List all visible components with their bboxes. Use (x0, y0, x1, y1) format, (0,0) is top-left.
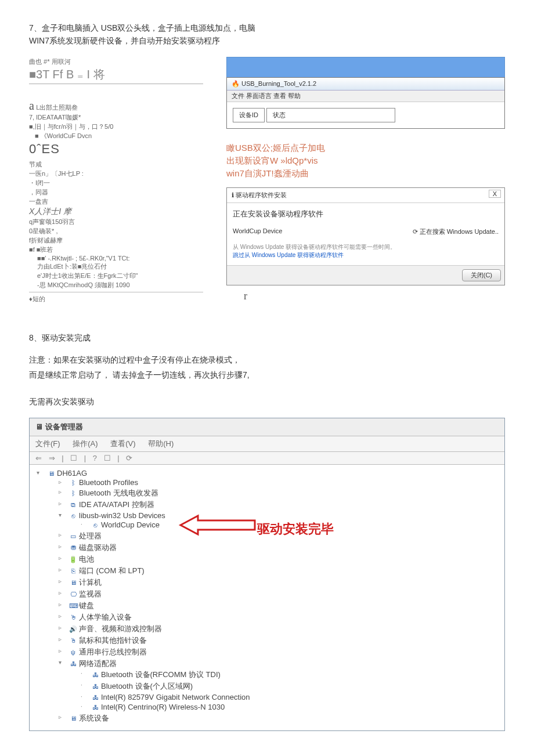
right-column: 🔥 USB_Burning_Tool_v2.1.2 文件 界面语言 查看 帮助 … (226, 57, 505, 304)
burning-tool-title: 🔥 USB_Burning_Tool_v2.1.2 (227, 78, 504, 91)
driver-dialog-main: 正在安装设备驱动程序软件 (233, 209, 499, 219)
step7-heading: 7、盒子和电脑插入 USB双公头线，盒子插上电源线加点，电脑 WIN7系统发现新… (29, 23, 505, 46)
tree-hid[interactable]: 🖰人体学输入设备 (59, 612, 502, 623)
menu-view[interactable]: 查看(V) (110, 439, 135, 448)
driver-device-status: ⟳ 正在搜索 Windows Update.. (413, 227, 499, 236)
sound-icon: 🔊 (69, 625, 77, 633)
tree-disk[interactable]: ⛃磁盘驱动器 (59, 542, 502, 554)
device-manager-menu[interactable]: 文件(F) 操作(A) 查看(V) 帮助(H) (30, 436, 504, 452)
system-icon: 🖥 (69, 715, 77, 722)
driver-dialog-close-button[interactable]: X (489, 190, 501, 198)
keyboard-icon: ⌨ (69, 602, 77, 610)
garble-l15: ■f ■班若 (29, 245, 203, 254)
nic-icon: 🖧 (91, 683, 99, 690)
driver-dialog-title-text: 驱动程序软件安装 (236, 191, 287, 198)
battery-icon: 🔋 (69, 556, 77, 563)
garble-l6: 节咸 (29, 160, 203, 169)
tree-usb[interactable]: ψ通用串行总线控制器 (59, 646, 502, 658)
hid-icon: 🖰 (69, 614, 77, 621)
garble-l4: ■,旧｜与fcr/n羽｜与，口？5/0 (29, 122, 203, 131)
bluetooth-icon: ᛒ (69, 479, 77, 486)
device-manager-tree[interactable]: 🖥DH61AG ᛒBluetooth Profiles ᛒBluetooth 无… (30, 465, 504, 730)
burning-tool-title-text: USB_Burning_Tool_v2.1.2 (241, 80, 316, 87)
garble-l20: ♦短的 (29, 295, 203, 303)
tree-net3[interactable]: 🖧Intel(R) 82579V Gigabit Network Connect… (81, 692, 502, 702)
tree-item-label: libusb-win32 Usb Devices (79, 511, 165, 520)
garble-l7: 一医n」〔JH七LP : (29, 169, 203, 178)
garble-l8: ・I闭一 (29, 179, 203, 187)
tree-computer[interactable]: 🖥计算机 (59, 577, 502, 588)
tree-item-label: 声音、视频和游戏控制器 (79, 624, 162, 633)
garble-l16: ■■' -.RKtwjtl- ; 5£-.RK0r,"V1 TCt: (29, 255, 203, 262)
driver-dialog-title: ℹ 驱动程序软件安装 (227, 188, 504, 203)
burning-tool-col-status: 状态 (266, 108, 395, 122)
info-icon: ℹ (232, 191, 234, 198)
menu-help[interactable]: 帮助(H) (148, 439, 174, 448)
step7-body: 曲也 #* 用联河 ■3T Ff B ₌ I 将 a L出部土照期叁 7, lD… (29, 57, 505, 304)
tree-network[interactable]: 🖧网络适配器 🖧Bluetooth 设备(RFCOMM 协议 TDI) 🖧Blu… (59, 658, 502, 712)
garble-l5: ■ 《WorldCuF Dvcn (29, 132, 203, 140)
tree-item-label: 监视器 (79, 589, 102, 598)
tree-sound[interactable]: 🔊声音、视频和游戏控制器 (59, 623, 502, 635)
garble-l12: q声窗颂150羽言 (29, 218, 203, 226)
nic-icon: 🖧 (91, 704, 99, 711)
tree-system[interactable]: 🖥系统设备 (59, 712, 502, 724)
garble-l17: 力由LdEt卜:装■兆位石付 (29, 262, 203, 271)
garble-l2: ■3T Ff B ₌ I 将 (29, 67, 203, 84)
r-mark: r (244, 290, 505, 302)
tree-bt-radio[interactable]: ᛒBluetooth 无线电收发器 (59, 487, 502, 499)
tree-net4[interactable]: 🖧Intel(R) Centrino(R) Wireless-N 1030 (81, 702, 502, 712)
step8-p3: 无需再次安装驱动 (29, 397, 505, 407)
red-line-2: 出现新设宵W »ldQp*vis (226, 155, 505, 167)
cpu-icon: ▭ (69, 533, 77, 540)
monitor-icon: 🖵 (69, 591, 77, 598)
burning-tool-col-deviceid: 设备ID (233, 108, 265, 122)
device-icon: ⎋ (91, 522, 99, 529)
burning-tool-menu[interactable]: 文件 界面语言 查看 帮助 (227, 91, 504, 102)
garble-l10: 一盘吉 (29, 197, 203, 206)
tree-net1[interactable]: 🖧Bluetooth 设备(RFCOMM 协议 TDI) (81, 669, 502, 681)
garble-l13: 0星确装* , (29, 227, 203, 236)
tree-item-label: 网络适配器 (79, 659, 117, 668)
tree-root[interactable]: 🖥DH61AG ᛒBluetooth Profiles ᛒBluetooth 无… (37, 468, 502, 725)
menu-file[interactable]: 文件(F) (35, 439, 60, 448)
tree-monitor[interactable]: 🖵监视器 (59, 588, 502, 600)
tree-item-label: 计算机 (79, 578, 102, 587)
device-manager-toolbar[interactable]: ⇐ ⇒ | ☐ | ? ☐ | ⟳ (30, 452, 504, 465)
tree-item-label: Intel(R) Centrino(R) Wireless-N 1030 (101, 703, 225, 711)
tree-bt-profiles[interactable]: ᛒBluetooth Profiles (59, 478, 502, 487)
garble-l11: X人洋士I 摩 (29, 207, 203, 217)
tree-item-label: Bluetooth 设备(RFCOMM 协议 TDI) (101, 670, 221, 679)
tree-item-label: 系统设备 (79, 714, 109, 722)
arrow-label: 驱动安装完毕 (257, 520, 334, 538)
step8-p2: 而是继续正常启动了， 请去掉盒子一切连线，再次执行步骤7, (29, 370, 505, 381)
nic-icon: 🖧 (91, 671, 99, 678)
tree-ide[interactable]: ⧉IDE ATA/ATAPI 控制器 (59, 499, 502, 511)
tree-battery[interactable]: 🔋电池 (59, 554, 502, 565)
ide-icon: ⧉ (69, 501, 77, 509)
tree-mouse[interactable]: 🖱鼠标和其他指针设备 (59, 635, 502, 646)
garble-l1: 曲也 #* 用联河 (29, 57, 203, 66)
menu-action[interactable]: 操作(A) (73, 439, 98, 448)
tree-item-label: 键盘 (79, 601, 94, 610)
tree-item-label: WorldCup Device (101, 520, 160, 529)
driver-close-button[interactable]: 关闭(C) (462, 269, 501, 281)
port-icon: ⎘ (69, 567, 77, 574)
tree-net2[interactable]: 🖧Bluetooth 设备(个人区域网) (81, 681, 502, 692)
tree-item-label: 处理器 (79, 531, 102, 540)
network-icon: 🖧 (69, 660, 77, 667)
red-line-1: 瞰USB双公;姬后点子加电 (226, 143, 505, 154)
tree-item-label: IDE ATA/ATAPI 控制器 (79, 500, 154, 509)
tree-keyboard[interactable]: ⌨键盘 (59, 600, 502, 612)
device-manager-title: 🖥 设备管理器 (30, 418, 504, 436)
garble-l14: f折财诚赫摩 (29, 236, 203, 245)
usb-icon: ⎋ (69, 512, 77, 519)
driver-skip-link[interactable]: 跳过从 Windows Update 获得驱动程序软件 (233, 251, 499, 259)
tree-item-label: Bluetooth Profiles (79, 478, 138, 487)
computer-icon: 🖥 (69, 579, 77, 586)
garble-a-text: L出部土照期叁 (36, 104, 78, 111)
tree-ports[interactable]: ⎘端口 (COM 和 LPT) (59, 565, 502, 577)
computer-icon: 🖥 (47, 470, 55, 477)
tree-root-label: DH61AG (57, 469, 87, 478)
device-manager-title-text: 设备管理器 (45, 422, 83, 431)
